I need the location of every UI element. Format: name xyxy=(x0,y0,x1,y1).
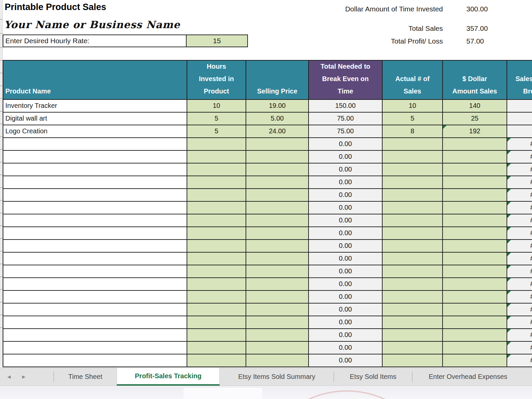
cell-selling-price[interactable] xyxy=(246,163,309,176)
cell-total-needed[interactable]: 0.00 xyxy=(309,163,383,176)
cell-actual-sales[interactable]: 10 xyxy=(383,100,443,113)
cell-dollar-amount-sales[interactable] xyxy=(443,253,507,265)
cell-total-needed[interactable]: 0.00 xyxy=(309,176,383,189)
cell-actual-sales[interactable]: 5 xyxy=(383,113,443,125)
cell-hours[interactable]: 5 xyxy=(187,125,246,138)
cell-selling-price[interactable] xyxy=(246,342,309,354)
cell-hours[interactable] xyxy=(187,214,246,227)
cell-product[interactable] xyxy=(3,304,187,316)
cell-actual-sales[interactable] xyxy=(383,253,443,265)
cell-hours[interactable] xyxy=(187,304,246,316)
cell-actual-sales[interactable] xyxy=(383,151,443,163)
cell-dollar-amount-sales[interactable] xyxy=(443,214,507,227)
cell-dollar-amount-sales[interactable] xyxy=(443,138,507,151)
cell-product[interactable] xyxy=(3,240,187,253)
cell-actual-sales[interactable] xyxy=(383,291,443,304)
cell-dollar-amount-sales[interactable] xyxy=(443,265,507,278)
cell-dollar-amount-sales[interactable] xyxy=(443,291,507,304)
cell-product[interactable] xyxy=(3,176,187,189)
cell-actual-sales[interactable] xyxy=(383,189,443,202)
cell-selling-price[interactable] xyxy=(246,176,309,189)
cell-sales-needed[interactable]: #DIV/0! xyxy=(507,202,532,214)
cell-actual-sales[interactable] xyxy=(383,342,443,354)
cell-sales-needed[interactable] xyxy=(507,125,532,138)
column-header-hours[interactable]: Hours Invested in Product xyxy=(187,61,246,100)
cell-total-needed[interactable]: 0.00 xyxy=(309,316,383,329)
cell-product[interactable] xyxy=(3,151,187,163)
tab-time-sheet[interactable]: Time Sheet xyxy=(54,368,117,386)
cell-sales-needed[interactable]: #DIV/0! xyxy=(507,304,532,316)
cell-dollar-amount-sales[interactable] xyxy=(443,189,507,202)
tab-etsy-sold-items[interactable]: Etsy Sold Items xyxy=(334,368,412,386)
cell-sales-needed[interactable]: #DIV/0! xyxy=(507,291,532,304)
cell-sales-needed[interactable]: #DIV/0! xyxy=(507,176,532,189)
cell-actual-sales[interactable] xyxy=(383,304,443,316)
cell-product[interactable] xyxy=(3,354,187,367)
cell-total-needed[interactable]: 0.00 xyxy=(309,227,383,240)
cell-selling-price[interactable] xyxy=(246,329,309,342)
cell-dollar-amount-sales[interactable] xyxy=(443,342,507,354)
cell-product[interactable] xyxy=(3,227,187,240)
cell-product[interactable] xyxy=(3,316,187,329)
cell-actual-sales[interactable] xyxy=(383,278,443,291)
cell-hours[interactable] xyxy=(187,189,246,202)
cell-hours[interactable] xyxy=(187,291,246,304)
cell-hours[interactable] xyxy=(187,316,246,329)
column-header-$-dollar[interactable]: $ Dollar Amount Sales xyxy=(443,61,507,100)
cell-total-needed[interactable]: 0.00 xyxy=(309,253,383,265)
cell-product[interactable] xyxy=(3,189,187,202)
cell-dollar-amount-sales[interactable] xyxy=(443,163,507,176)
cell-hours[interactable] xyxy=(187,253,246,265)
cell-total-needed[interactable]: 0.00 xyxy=(309,240,383,253)
cell-product[interactable] xyxy=(3,291,187,304)
cell-total-needed[interactable]: 75.00 xyxy=(309,113,383,125)
cell-dollar-amount-sales[interactable] xyxy=(443,316,507,329)
cell-actual-sales[interactable] xyxy=(383,227,443,240)
total-profit-loss-value-cell[interactable]: 57.00 xyxy=(466,37,492,45)
cell-sales-needed[interactable]: #DIV/0! xyxy=(507,265,532,278)
cell-actual-sales[interactable] xyxy=(383,316,443,329)
cell-total-needed[interactable]: 0.00 xyxy=(309,265,383,278)
cell-sales-needed[interactable]: #DIV/0! xyxy=(507,278,532,291)
cell-sales-needed[interactable]: #DIV/0! xyxy=(507,329,532,342)
cell-dollar-amount-sales[interactable] xyxy=(443,151,507,163)
cell-dollar-amount-sales[interactable] xyxy=(443,227,507,240)
cell-sales-needed[interactable]: #DIV/0! xyxy=(507,214,532,227)
cell-hours[interactable] xyxy=(187,227,246,240)
cell-selling-price[interactable] xyxy=(246,240,309,253)
column-header-sales-needed-to[interactable]: Sales Needed to Break Even xyxy=(507,61,532,100)
cell-product[interactable] xyxy=(3,278,187,291)
cell-product[interactable] xyxy=(3,342,187,354)
cell-dollar-amount-sales[interactable] xyxy=(443,304,507,316)
hourly-rate-input-cell[interactable]: 15 xyxy=(186,35,248,47)
tab-profit-sales-tracking[interactable]: Profit-Sales Tracking xyxy=(117,368,220,386)
cell-dollar-amount-sales[interactable] xyxy=(443,202,507,214)
cell-total-needed[interactable]: 0.00 xyxy=(309,354,383,367)
cell-sales-needed[interactable]: #DIV/0! xyxy=(507,189,532,202)
cell-product[interactable] xyxy=(3,253,187,265)
cell-selling-price[interactable] xyxy=(246,316,309,329)
cell-product[interactable] xyxy=(3,329,187,342)
cell-sales-needed[interactable]: #DIV/0! xyxy=(507,253,532,265)
cell-sales-needed[interactable]: #DIV/0! xyxy=(507,354,532,367)
cell-hours[interactable] xyxy=(187,163,246,176)
cell-hours[interactable] xyxy=(187,202,246,214)
cell-dollar-amount-sales[interactable] xyxy=(443,176,507,189)
cell-hours[interactable]: 10 xyxy=(187,100,246,113)
cell-hours[interactable] xyxy=(187,342,246,354)
cell-dollar-amount-sales[interactable] xyxy=(443,278,507,291)
cell-hours[interactable] xyxy=(187,151,246,163)
total-sales-value-cell[interactable]: 357.00 xyxy=(466,24,492,32)
cell-total-needed[interactable]: 0.00 xyxy=(309,291,383,304)
cell-total-needed[interactable]: 0.00 xyxy=(309,304,383,316)
cell-selling-price[interactable] xyxy=(246,278,309,291)
cell-hours[interactable] xyxy=(187,176,246,189)
cell-sales-needed[interactable]: #DIV/0! xyxy=(507,240,532,253)
cell-sales-needed[interactable]: #DIV/0! xyxy=(507,163,532,176)
cell-selling-price[interactable]: 24.00 xyxy=(246,125,309,138)
cell-total-needed[interactable]: 75.00 xyxy=(309,125,383,138)
tab-enter-overhead-expenses[interactable]: Enter Overhead Expenses xyxy=(412,368,524,386)
cell-sales-needed[interactable]: #DIV/0! xyxy=(507,316,532,329)
cell-actual-sales[interactable] xyxy=(383,202,443,214)
cell-hours[interactable] xyxy=(187,265,246,278)
